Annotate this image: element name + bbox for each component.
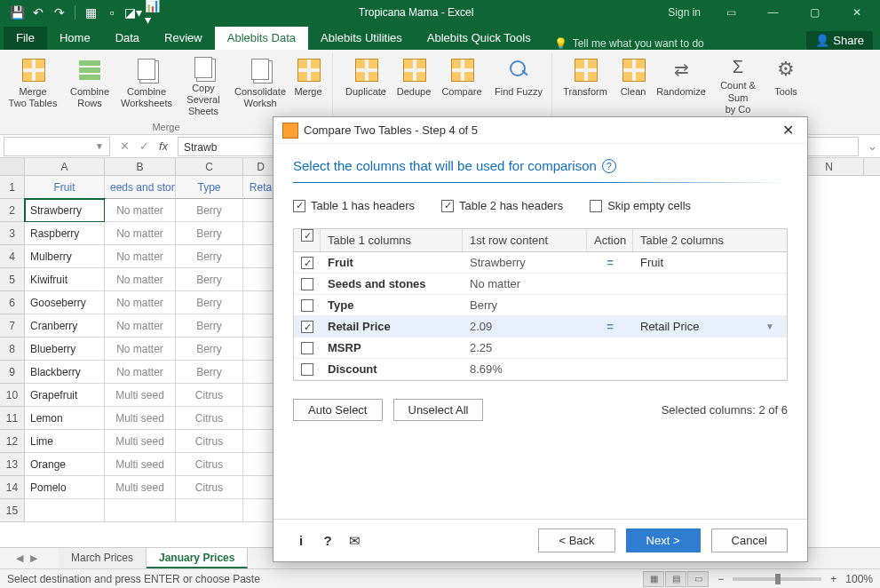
cell[interactable]: Grapefruit xyxy=(25,384,105,407)
row-header[interactable]: 14 xyxy=(0,476,25,499)
row-checkbox[interactable] xyxy=(301,257,313,269)
cell[interactable]: Citrus xyxy=(176,430,243,453)
row-header[interactable]: 5 xyxy=(0,268,25,291)
row-checkbox[interactable] xyxy=(301,363,313,376)
cell[interactable]: Berry xyxy=(176,361,243,384)
next-button[interactable]: Next > xyxy=(626,528,701,552)
sheet-nav-next-icon[interactable]: ▶ xyxy=(27,552,41,564)
cell[interactable]: No matter xyxy=(105,268,176,291)
cell[interactable]: Orange xyxy=(25,453,105,476)
row-header[interactable]: 11 xyxy=(0,407,25,430)
header-cell[interactable]: Fruit xyxy=(25,176,105,199)
unselect-all-button[interactable]: Unselect All xyxy=(393,399,484,421)
save-icon[interactable]: 💾 xyxy=(7,3,27,22)
cell[interactable]: Blackberry xyxy=(25,361,105,384)
row-checkbox[interactable] xyxy=(301,342,313,354)
cell[interactable]: No matter xyxy=(105,338,176,361)
row-header[interactable]: 4 xyxy=(0,245,25,268)
header-cell[interactable]: Type xyxy=(176,176,243,199)
zoom-in-icon[interactable]: + xyxy=(830,573,836,585)
cell[interactable]: Citrus xyxy=(176,453,243,476)
tools-button[interactable]: ⚙Tools xyxy=(767,53,805,115)
zoom-value[interactable]: 100% xyxy=(845,573,873,585)
cell[interactable]: No matter xyxy=(105,291,176,314)
back-button[interactable]: < Back xyxy=(538,528,614,552)
cell[interactable]: Berry xyxy=(176,245,243,268)
cell[interactable]: No matter xyxy=(105,361,176,384)
col-header-c[interactable]: C xyxy=(176,158,243,175)
table2-column-select[interactable]: Retail Price▼ xyxy=(633,316,787,338)
header-cell[interactable]: eeds and ston xyxy=(105,176,176,199)
cell[interactable]: Lime xyxy=(25,430,105,453)
cell[interactable]: Multi seed xyxy=(105,407,176,430)
table-row[interactable]: TypeBerry xyxy=(294,295,787,316)
table-row[interactable]: MSRP2.25 xyxy=(294,338,787,359)
row-header[interactable]: 6 xyxy=(0,291,25,314)
cell[interactable]: No matter xyxy=(105,222,176,245)
dedupe-button[interactable]: Dedupe xyxy=(395,53,432,115)
cell[interactable]: Multi seed xyxy=(105,453,176,476)
cell[interactable]: Gooseberry xyxy=(25,291,105,314)
share-button[interactable]: 👤Share xyxy=(806,31,873,50)
tab-home[interactable]: Home xyxy=(47,27,103,50)
help-footer-icon[interactable]: ? xyxy=(320,533,336,548)
dialog-close-icon[interactable]: ✕ xyxy=(777,122,798,139)
redo-icon[interactable]: ↷ xyxy=(50,3,69,22)
cell[interactable]: Berry xyxy=(176,291,243,314)
enter-formula-icon[interactable]: ✓ xyxy=(135,138,153,155)
table2-column-select[interactable]: Fruit xyxy=(633,252,787,274)
zoom-slider[interactable] xyxy=(733,577,821,581)
row-header[interactable]: 7 xyxy=(0,314,25,338)
tab-ablebits-utilities[interactable]: Ablebits Utilities xyxy=(308,27,415,50)
view-normal-icon[interactable]: ▦ xyxy=(643,571,664,587)
copy-sheets-button[interactable]: Copy Several Sheets xyxy=(176,53,231,115)
cell[interactable]: Berry xyxy=(176,222,243,245)
chevron-down-icon[interactable]: ▼ xyxy=(765,316,780,338)
cancel-formula-icon[interactable]: ✕ xyxy=(115,138,133,155)
row-header[interactable]: 9 xyxy=(0,361,25,384)
maximize-icon[interactable]: ▢ xyxy=(795,0,835,25)
undo-icon[interactable]: ↶ xyxy=(28,3,48,22)
cell[interactable]: Multi seed xyxy=(105,430,176,453)
auto-select-button[interactable]: Auto Select xyxy=(293,399,383,421)
name-box[interactable]: ▼ xyxy=(4,137,110,156)
table-row[interactable]: Discount8.69% xyxy=(294,359,787,380)
cell[interactable]: Blueberry xyxy=(25,338,105,361)
cell[interactable]: Pomelo xyxy=(25,476,105,499)
table-row[interactable]: Retail Price2.09=Retail Price▼ xyxy=(294,316,787,338)
col-header-b[interactable]: B xyxy=(105,158,176,175)
tab-ablebits-quick[interactable]: Ablebits Quick Tools xyxy=(415,27,543,50)
cell[interactable]: No matter xyxy=(105,314,176,338)
cell[interactable]: No matter xyxy=(105,199,176,222)
cell[interactable]: Strawberry xyxy=(25,199,105,222)
tab-file[interactable]: File xyxy=(4,27,47,50)
qat-icon-1[interactable]: ▦ xyxy=(81,3,100,22)
cell[interactable]: Kiwifruit xyxy=(25,268,105,291)
view-break-icon[interactable]: ▭ xyxy=(687,571,709,587)
action-cell[interactable]: = xyxy=(587,316,633,338)
row-header[interactable]: 10 xyxy=(0,384,25,407)
consolidate-button[interactable]: Consolidate Worksh xyxy=(233,53,288,115)
cell[interactable]: Berry xyxy=(176,268,243,291)
combine-rows-button[interactable]: Combine Rows xyxy=(62,53,117,115)
row-header[interactable]: 15 xyxy=(0,499,25,522)
qat-icon-2[interactable]: ▫ xyxy=(102,3,122,22)
close-icon[interactable]: ✕ xyxy=(836,0,876,25)
mail-icon[interactable]: ✉ xyxy=(346,533,362,549)
cell[interactable]: Citrus xyxy=(176,407,243,430)
row-header[interactable]: 13 xyxy=(0,453,25,476)
merge-button[interactable]: Merge xyxy=(289,53,327,115)
row-checkbox[interactable] xyxy=(301,299,313,312)
cell[interactable]: Lemon xyxy=(25,407,105,430)
cell[interactable]: Berry xyxy=(176,199,243,222)
combine-worksheets-button[interactable]: Combine Worksheets xyxy=(119,53,174,115)
select-all-checkbox[interactable] xyxy=(301,229,313,242)
fx-icon[interactable]: fx xyxy=(155,138,172,155)
sheet-nav-prev-icon[interactable]: ◀ xyxy=(12,552,27,564)
cell[interactable]: Cranberry xyxy=(25,314,105,338)
table2-headers-checkbox[interactable]: Table 2 has headers xyxy=(441,199,563,212)
zoom-out-icon[interactable]: − xyxy=(717,573,724,585)
sheet-tab-january[interactable]: January Prices xyxy=(147,548,248,568)
select-all-corner[interactable] xyxy=(0,158,25,175)
tab-review[interactable]: Review xyxy=(152,27,215,50)
